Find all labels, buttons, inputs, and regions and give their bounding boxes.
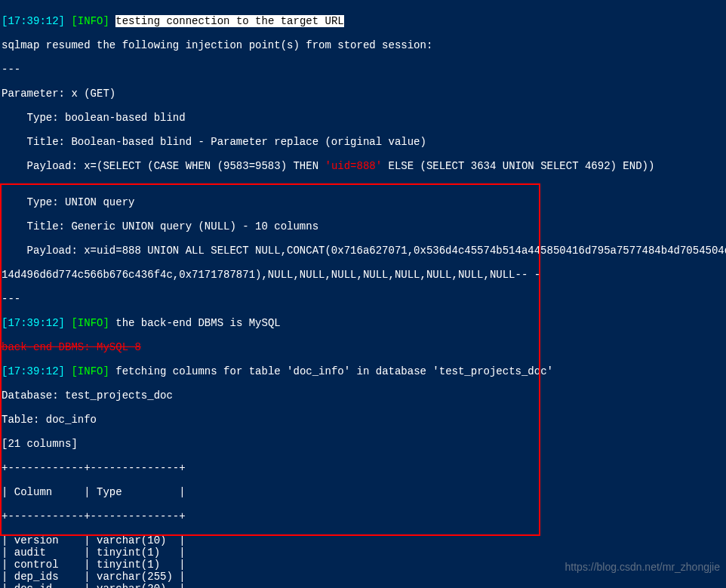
column-count: [21 columns]: [2, 438, 724, 450]
text-line: Title: Generic UNION query (NULL) - 10 c…: [2, 220, 724, 232]
text-line: ---: [2, 63, 724, 75]
text-line: sqlmap resumed the following injection p…: [2, 39, 724, 51]
log-level: [INFO]: [71, 317, 109, 329]
log-level: [INFO]: [71, 365, 109, 377]
log-message: ': [547, 365, 553, 377]
table-name: doc_info: [294, 365, 344, 377]
log-message: testing connection to the target URL: [115, 15, 343, 27]
payload-suffix: ELSE (SELECT 3634 UNION SELECT 4692) END…: [382, 160, 654, 172]
table-row: | version | varchar(10) |: [2, 534, 724, 546]
table-border: +------------+--------------+: [2, 510, 724, 522]
log-level: [INFO]: [71, 15, 109, 27]
table-line: Table: doc_info: [2, 414, 724, 426]
text-line: 14d496d6d774c566b676c436f4c,0x7171787871…: [2, 269, 724, 281]
text-line: Title: Boolean-based blind - Parameter r…: [2, 136, 724, 148]
dbms-line: back-end DBMS: MySQL 8: [2, 341, 724, 353]
timestamp: [17:39:12]: [2, 365, 65, 377]
payload-highlight: 'uid=888': [325, 160, 382, 172]
table-row: | audit | tinyint(1) |: [2, 546, 724, 559]
text-line: ---: [2, 293, 724, 305]
text-line: Type: UNION query: [2, 196, 724, 208]
log-message: fetching columns for table ': [115, 365, 293, 377]
text-line: Type: boolean-based blind: [2, 112, 724, 124]
db-name: test_projects_doc: [439, 365, 547, 377]
payload-prefix: Payload: x=(SELECT (CASE WHEN (9583=9583…: [2, 160, 325, 172]
text-line: Parameter: x (GET): [2, 88, 724, 100]
database-line: Database: test_projects_doc: [2, 389, 724, 402]
table-row: | doc_id | varchar(20) |: [2, 583, 724, 588]
timestamp: [17:39:12]: [2, 317, 65, 329]
table-border: +------------+--------------+: [2, 462, 724, 474]
terminal-output: [17:39:12] [INFO] testing connection to …: [0, 0, 726, 588]
log-message: the back-end DBMS is MySQL: [115, 317, 280, 329]
text-line: Payload: x=uid=888 UNION ALL SELECT NULL…: [2, 245, 724, 257]
watermark: https://blog.csdn.net/mr_zhongjie: [565, 561, 720, 573]
log-message: ' in database ': [344, 365, 439, 377]
table-header: | Column | Type |: [2, 486, 724, 498]
timestamp: [17:39:12]: [2, 15, 65, 27]
